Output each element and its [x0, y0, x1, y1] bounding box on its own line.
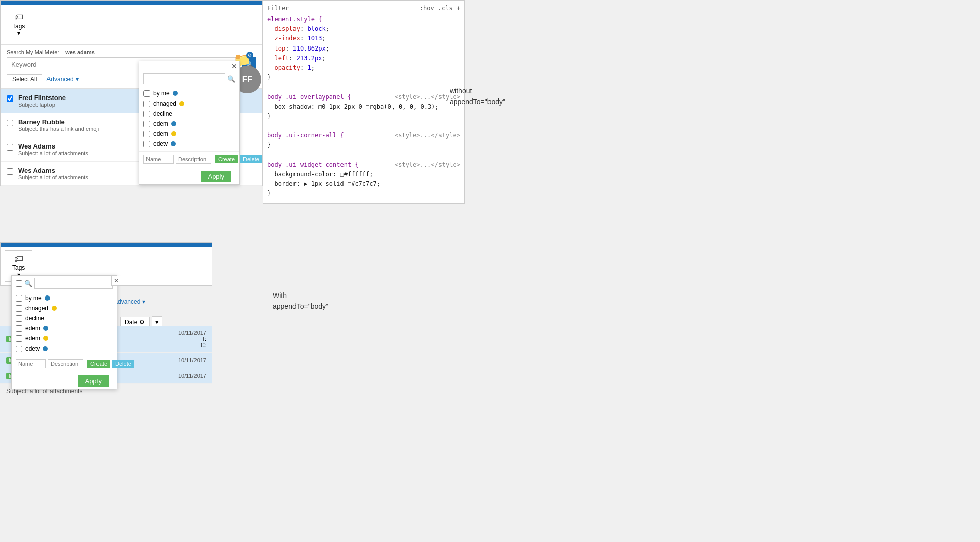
- tag-checkbox-chnaged-top[interactable]: [143, 101, 150, 107]
- devtools-rule-2: body .ui-corner-all { <style>...</style>…: [267, 131, 460, 150]
- tag-search-icon-bottom: 🔍: [24, 280, 32, 287]
- email-content-0: Fred Flintstone Subject: laptop: [18, 94, 66, 108]
- tag-icon-bottom: 🏷: [14, 254, 23, 264]
- tag-search-input-bottom[interactable]: [34, 278, 113, 289]
- tag-checkbox-edem2-top[interactable]: [143, 131, 150, 137]
- tag-dot-byme-bottom: [45, 295, 50, 301]
- dv-prop-left: left: [274, 55, 289, 62]
- tags-dropdown-arrow-top: ▾: [17, 30, 20, 37]
- create-tag-button-top[interactable]: Create: [215, 155, 238, 163]
- tag-dropdown-top: ✕ 🔍 by me chnaged decline edem edem: [139, 61, 240, 185]
- tag-item-edem2-bottom[interactable]: edem: [16, 333, 113, 343]
- tag-item-chnaged-bottom[interactable]: chnaged: [16, 303, 113, 313]
- tag-item-byme-bottom[interactable]: by me: [16, 293, 113, 303]
- tag-item-edem1-top[interactable]: edem: [143, 119, 235, 129]
- email-checkbox-1[interactable]: [7, 120, 13, 126]
- tags-button-top[interactable]: 🏷 Tags ▾: [5, 9, 32, 40]
- apply-button-bottom[interactable]: Apply: [78, 375, 109, 387]
- email-content-1: Barney Rubble Subject: this has a link a…: [18, 118, 99, 132]
- tag-desc-input-top[interactable]: [176, 155, 211, 164]
- dv-prop-display: display: [274, 25, 300, 32]
- tag-item-decline-bottom[interactable]: decline: [16, 313, 113, 323]
- email-checkbox-2[interactable]: [7, 144, 13, 151]
- tag-label-byme-bottom: by me: [25, 294, 42, 302]
- tag-label-edetv-top: edetv: [153, 140, 168, 147]
- tag-checkbox-decline-bottom[interactable]: [16, 315, 22, 322]
- tag-label-edem2-top: edem: [153, 130, 168, 137]
- tag-checkbox-byme-top[interactable]: [143, 90, 150, 97]
- tag-checkbox-byme-bottom[interactable]: [16, 295, 22, 302]
- tag-item-edetv-bottom[interactable]: edetv: [16, 343, 113, 354]
- tag-label-edem2-bottom: edem: [25, 335, 40, 342]
- dv-val-left: 213.2px: [297, 55, 322, 62]
- tag-checkbox-edetv-bottom[interactable]: [16, 346, 22, 352]
- tag-item-edetv-top[interactable]: edetv: [143, 139, 235, 149]
- tag-name-input-top[interactable]: [143, 155, 174, 164]
- email-checkbox-0[interactable]: [7, 95, 13, 102]
- devtools-add-label: +: [457, 5, 460, 12]
- advanced-arrow-top: ▾: [76, 76, 79, 83]
- tag-item-byme-top[interactable]: by me: [143, 88, 235, 98]
- devtools-rule-3: body .ui-widget-content { <style>...</st…: [267, 160, 460, 199]
- delete-tag-button-top[interactable]: Delete: [240, 155, 262, 163]
- tag-desc-input-bottom[interactable]: [48, 359, 83, 368]
- tag-all-checkbox-bottom[interactable]: [16, 280, 22, 287]
- tag-checkbox-edem1-bottom[interactable]: [16, 325, 22, 332]
- tag-checkbox-edetv-top[interactable]: [143, 141, 150, 147]
- tag-dot-edetv-bottom: [43, 346, 48, 351]
- devtools-rule-1: body .ui-overlaypanel { <style>...</styl…: [267, 92, 460, 122]
- dv-val-top: 110.862px: [293, 45, 326, 52]
- tag-list-top: by me chnaged decline edem edem edetv: [139, 86, 239, 151]
- devtools-content: element.style { display: block; z-index:…: [267, 15, 460, 199]
- annotation-bottom-line1: With: [273, 290, 328, 301]
- tag-label-edem1-top: edem: [153, 120, 168, 127]
- email-date-1: 10/11/2017: [178, 357, 206, 363]
- annotation-bottom: With appendTo="body": [273, 290, 328, 312]
- tag-label-edem1-bottom: edem: [25, 325, 40, 332]
- delete-tag-button-bottom[interactable]: Delete: [112, 360, 134, 368]
- tag-search-input-top[interactable]: [143, 73, 225, 84]
- dv-prop-zindex: z-index: [274, 35, 300, 42]
- tag-dot-chnaged-top: [179, 101, 184, 106]
- tags-panel-top: 🏷 Tags ▾: [1, 5, 262, 45]
- tag-search-row-bottom: 🔍: [12, 276, 117, 291]
- apply-button-top[interactable]: Apply: [201, 171, 231, 182]
- dv-val-2: <style>...</style>: [395, 131, 460, 140]
- tag-footer-top: Create Delete: [139, 151, 239, 167]
- email-checkbox-3[interactable]: [7, 168, 13, 175]
- email-subject-3: Subject: a lot of attachments: [18, 174, 88, 180]
- tag-checkbox-edem2-bottom[interactable]: [16, 335, 22, 342]
- dv-prop-top: top: [274, 45, 285, 52]
- tag-item-edem1-bottom[interactable]: edem: [16, 323, 113, 333]
- tag-search-icon-top: 🔍: [227, 75, 235, 83]
- dv-sub-3a: background-color: □#ffffff;: [274, 171, 373, 178]
- tag-checkbox-chnaged-bottom[interactable]: [16, 305, 22, 312]
- advanced-row-top[interactable]: Advanced ▾: [46, 76, 78, 83]
- advanced-row-bottom[interactable]: Advanced ▾: [114, 298, 145, 305]
- search-label-top: Search My MailMeter wes adams: [7, 49, 256, 55]
- dv-sel-1: body .ui-overlaypanel {: [267, 93, 351, 101]
- tag-item-chnaged-top[interactable]: chnaged: [143, 98, 235, 109]
- email-sender-3: Wes Adams: [18, 167, 88, 174]
- tag-name-input-bottom[interactable]: [16, 359, 46, 368]
- select-all-button-top[interactable]: Select All: [7, 74, 42, 84]
- tag-search-row-top: 🔍: [139, 71, 239, 86]
- tag-label-byme-top: by me: [153, 90, 170, 97]
- tag-dot-edem1-bottom: [43, 326, 48, 331]
- email-date-0: 10/11/2017: [178, 330, 206, 336]
- tag-label-chnaged-top: chnaged: [153, 100, 176, 107]
- create-tag-button-bottom[interactable]: Create: [87, 360, 110, 368]
- tag-checkbox-edem1-top[interactable]: [143, 121, 150, 127]
- devtools-header: Filter :hov .cls +: [267, 5, 460, 12]
- annotation-top-line2: appendTo="body": [450, 96, 505, 107]
- settings-icon: ⚙: [139, 319, 145, 326]
- annotation-top-line1: without: [450, 86, 505, 96]
- tag-checkbox-decline-top[interactable]: [143, 111, 150, 117]
- tag-item-edem2-top[interactable]: edem: [143, 129, 235, 139]
- advanced-arrow-bottom: ▾: [142, 298, 145, 305]
- tag-dropdown-close-bottom[interactable]: ✕: [111, 276, 121, 286]
- email-cc-0: C:: [178, 342, 206, 348]
- tag-label-edetv-bottom: edetv: [25, 345, 40, 352]
- tag-dropdown-close-top[interactable]: ✕: [231, 62, 237, 70]
- tag-item-decline-top[interactable]: decline: [143, 109, 235, 119]
